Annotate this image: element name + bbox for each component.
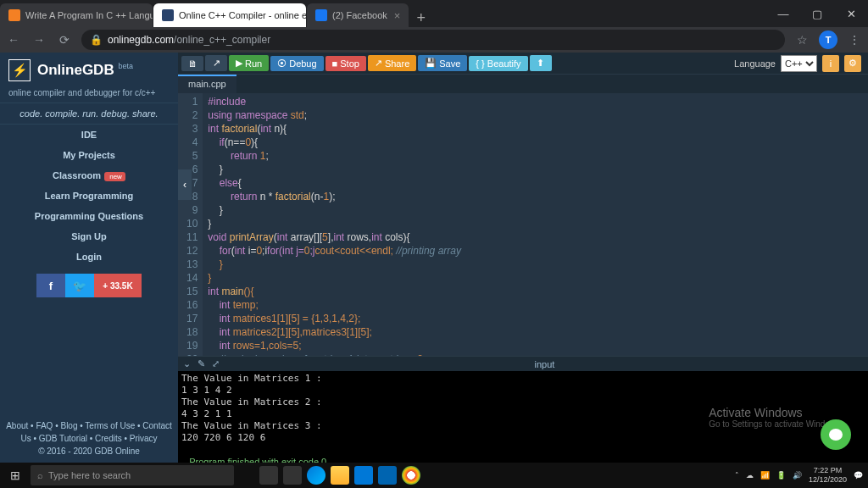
volume-icon[interactable]: 🔊 bbox=[793, 471, 802, 480]
download-icon[interactable]: ⬆ bbox=[530, 55, 552, 71]
menu-icon[interactable]: ⋮ bbox=[846, 33, 863, 47]
close-icon[interactable]: ✕ bbox=[834, 8, 868, 20]
facebook-icon[interactable]: f bbox=[36, 274, 65, 297]
start-icon[interactable]: ⊞ bbox=[0, 469, 31, 482]
sidebar-item-classroom[interactable]: Classroom bbox=[0, 165, 178, 186]
taskbar: ⊞ ⌕Type here to search ˄ ☁ 📶 🔋 🔊 7:22 PM… bbox=[0, 463, 868, 488]
sidebar-item-ide[interactable]: IDE bbox=[0, 125, 178, 145]
url-input[interactable]: 🔒 onlinegdb.com/online_c++_compiler bbox=[81, 30, 785, 50]
debug-button[interactable]: ⦿ Debug bbox=[270, 56, 323, 71]
line-gutter: 1 2 3 4 5 6 7 8 9 10 11 12 13 14 15 16 1… bbox=[178, 93, 203, 356]
file-tab-main[interactable]: main.cpp bbox=[178, 75, 236, 93]
new-tab-button[interactable]: + bbox=[409, 9, 432, 27]
tab-icon bbox=[8, 9, 20, 21]
minimize-icon[interactable]: — bbox=[766, 8, 800, 20]
chevron-down-icon[interactable]: ⌄ bbox=[183, 358, 191, 369]
sidebar-footer: About • FAQ • Blog • Terms of Use • Cont… bbox=[0, 414, 178, 463]
console-header[interactable]: ⌄ ✎ ⤢ input bbox=[178, 356, 868, 371]
sidebar-item-signup[interactable]: Sign Up bbox=[0, 226, 178, 247]
battery-icon[interactable]: 🔋 bbox=[776, 471, 786, 480]
lock-icon: 🔒 bbox=[90, 34, 103, 46]
address-bar: ← → ⟳ 🔒 onlinegdb.com/online_c++_compile… bbox=[0, 27, 868, 53]
twitter-icon[interactable]: 🐦 bbox=[65, 274, 94, 297]
store-icon[interactable] bbox=[354, 466, 373, 485]
copy-icon[interactable]: ✎ bbox=[198, 358, 205, 369]
reload-icon[interactable]: ⟳ bbox=[56, 33, 73, 47]
share-button[interactable]: ↗ Share bbox=[368, 55, 416, 71]
save-button[interactable]: 💾 Save bbox=[418, 55, 467, 71]
run-button[interactable]: ▶ Run bbox=[229, 55, 269, 71]
tab-icon bbox=[162, 9, 174, 21]
system-tray[interactable]: ˄ ☁ 📶 🔋 🔊 7:22 PM12/12/2020 💬 bbox=[735, 466, 868, 485]
addthis-button[interactable]: + 33.5K bbox=[94, 274, 142, 297]
beautify-button[interactable]: { } Beautify bbox=[469, 56, 527, 71]
tab-icon bbox=[315, 9, 327, 21]
language-label: Language bbox=[734, 58, 776, 69]
tab-3[interactable]: (2) Facebook× bbox=[307, 3, 409, 27]
tab-strip: Write A Program In C ++ Langu…× Online C… bbox=[0, 0, 432, 27]
close-icon[interactable]: × bbox=[394, 9, 401, 22]
open-file-icon[interactable]: ↗ bbox=[205, 55, 227, 71]
sidebar: ⚡ OnlineGDB beta online compiler and deb… bbox=[0, 53, 178, 463]
language-select[interactable]: C++ bbox=[781, 55, 817, 72]
cloud-icon[interactable]: ☁ bbox=[746, 471, 754, 480]
clock[interactable]: 7:22 PM12/12/2020 bbox=[809, 466, 847, 485]
forward-icon[interactable]: → bbox=[31, 33, 47, 47]
input-label: input bbox=[535, 359, 555, 369]
back-icon[interactable]: ← bbox=[5, 33, 22, 47]
profile-avatar[interactable]: T bbox=[819, 30, 837, 49]
taskview-icon[interactable] bbox=[283, 466, 302, 485]
logo[interactable]: ⚡ OnlineGDB beta bbox=[0, 53, 178, 88]
star-icon[interactable]: ☆ bbox=[793, 33, 810, 47]
edge-icon[interactable] bbox=[307, 466, 326, 485]
code-content[interactable]: #include using namespace std; int factor… bbox=[203, 93, 466, 356]
chat-icon[interactable] bbox=[821, 419, 851, 450]
collapse-sidebar-icon[interactable]: ‹ bbox=[178, 169, 192, 200]
sidebar-item-learn[interactable]: Learn Programming bbox=[0, 186, 178, 206]
sidebar-item-questions[interactable]: Programming Questions bbox=[0, 206, 178, 226]
main-panel: 🗎 ↗ ▶ Run ⦿ Debug ■ Stop ↗ Share 💾 Save … bbox=[178, 53, 868, 463]
toolbar: 🗎 ↗ ▶ Run ⦿ Debug ■ Stop ↗ Share 💾 Save … bbox=[178, 53, 868, 75]
tab-1[interactable]: Write A Program In C ++ Langu…× bbox=[0, 3, 153, 27]
expand-icon[interactable]: ⤢ bbox=[212, 358, 220, 369]
footer-links[interactable]: About • FAQ • Blog • Terms of Use • Cont… bbox=[5, 419, 173, 445]
search-icon: ⌕ bbox=[37, 470, 43, 480]
sidebar-item-projects[interactable]: My Projects bbox=[0, 145, 178, 165]
explorer-icon[interactable] bbox=[331, 466, 349, 485]
copyright: © 2016 - 2020 GDB Online bbox=[5, 445, 173, 458]
info-icon[interactable]: i bbox=[822, 55, 839, 72]
browser-titlebar: Write A Program In C ++ Langu…× Online C… bbox=[0, 0, 868, 27]
bolt-icon: ⚡ bbox=[8, 59, 31, 81]
maximize-icon[interactable]: ▢ bbox=[800, 8, 834, 20]
tab-2[interactable]: Online C++ Compiler - online ed× bbox=[153, 3, 306, 27]
sidebar-item-login[interactable]: Login bbox=[0, 247, 178, 267]
cortana-icon[interactable] bbox=[259, 466, 278, 485]
file-tabs: main.cpp bbox=[178, 75, 868, 93]
gear-icon[interactable]: ⚙ bbox=[844, 55, 861, 72]
tagline: code. compile. run. debug. share. bbox=[0, 103, 178, 125]
code-editor[interactable]: 1 2 3 4 5 6 7 8 9 10 11 12 13 14 15 16 1… bbox=[178, 93, 868, 356]
window-controls: — ▢ ✕ bbox=[766, 8, 868, 20]
mail-icon[interactable] bbox=[378, 466, 397, 485]
chrome-icon[interactable] bbox=[402, 466, 420, 485]
social-buttons: f 🐦 + 33.5K bbox=[0, 267, 178, 304]
notifications-icon[interactable]: 💬 bbox=[854, 471, 863, 480]
new-file-icon[interactable]: 🗎 bbox=[181, 56, 203, 71]
stop-button[interactable]: ■ Stop bbox=[326, 56, 366, 71]
chevron-up-icon[interactable]: ˄ bbox=[735, 471, 739, 480]
network-icon[interactable]: 📶 bbox=[760, 471, 770, 480]
taskbar-search[interactable]: ⌕Type here to search bbox=[31, 465, 234, 485]
logo-subtitle: online compiler and debugger for c/c++ bbox=[0, 88, 178, 103]
